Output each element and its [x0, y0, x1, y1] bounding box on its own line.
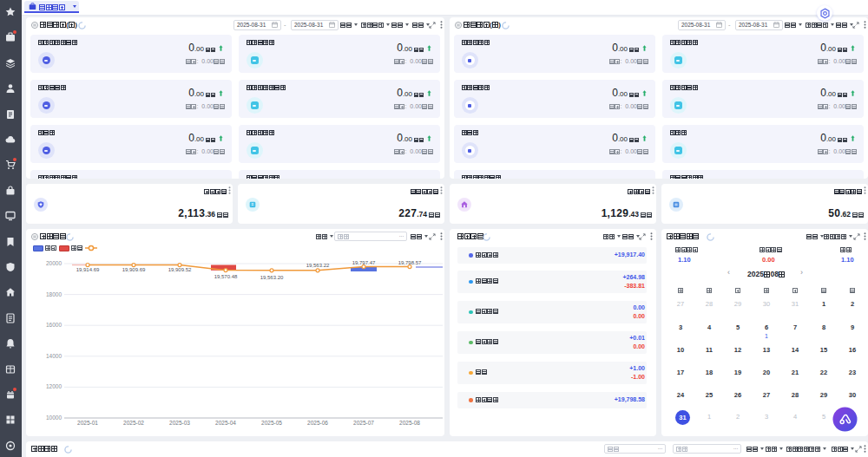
- svg-text:19,563.20: 19,563.20: [260, 275, 284, 280]
- svg-text:2025-07: 2025-07: [353, 420, 374, 426]
- svg-text:19,914.69: 19,914.69: [76, 267, 100, 272]
- svg-text:2025-05: 2025-05: [261, 420, 282, 426]
- svg-text:19,570.48: 19,570.48: [214, 274, 238, 279]
- svg-text:2025-03: 2025-03: [169, 420, 190, 426]
- svg-text:2025-04: 2025-04: [215, 420, 236, 426]
- svg-text:16000: 16000: [46, 322, 62, 328]
- svg-text:20000: 20000: [46, 260, 62, 266]
- svg-text:19,797.47: 19,797.47: [352, 260, 376, 265]
- svg-text:19,909.52: 19,909.52: [168, 267, 192, 272]
- svg-text:2025-01: 2025-01: [77, 420, 98, 426]
- svg-text:2025-08: 2025-08: [399, 420, 420, 426]
- svg-text:19,909.69: 19,909.69: [122, 267, 146, 272]
- svg-text:14000: 14000: [46, 353, 62, 359]
- svg-text:18000: 18000: [46, 291, 62, 297]
- svg-text:19,563.22: 19,563.22: [306, 263, 330, 268]
- svg-text:19,798.57: 19,798.57: [398, 260, 422, 265]
- svg-text:10000: 10000: [46, 415, 62, 421]
- svg-text:12000: 12000: [46, 383, 62, 389]
- svg-text:2025-06: 2025-06: [307, 420, 328, 426]
- svg-text:2025-02: 2025-02: [123, 420, 144, 426]
